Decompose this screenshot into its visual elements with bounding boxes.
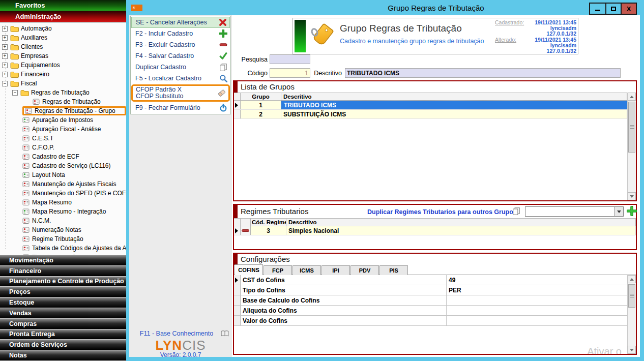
- config-value-cell[interactable]: [447, 316, 627, 325]
- config-row[interactable]: CST do Cofins49: [234, 275, 636, 285]
- config-value-cell[interactable]: PER: [447, 285, 627, 295]
- lista-grupos-scrollbar[interactable]: [627, 93, 636, 200]
- tree-item-n-c-m[interactable]: N.C.M.: [0, 216, 126, 225]
- sidebar-section-ordem-de-servicos[interactable]: Ordem de Serviços: [0, 340, 126, 350]
- tree-item-clientes[interactable]: +Clientes: [0, 42, 126, 51]
- tree-item-apuracao-de-impostos[interactable]: Apuração de Impostos: [0, 115, 126, 125]
- duplicate-regimes-link[interactable]: Duplicar Regimes Tributarios para outros…: [367, 208, 517, 216]
- tree-item-manutencao-do-sped-pis-e-cofin[interactable]: Manutenção do SPED (PIS e COFIN: [0, 189, 126, 198]
- scroll-thumb[interactable]: [628, 284, 635, 308]
- tree-item-automacao[interactable]: +Automação: [0, 24, 126, 33]
- expand-toggle[interactable]: +: [2, 26, 8, 32]
- tree-item-mapa-resumo[interactable]: Mapa Resumo: [0, 198, 126, 207]
- config-value-cell[interactable]: [447, 306, 627, 315]
- scroll-up-button[interactable]: [628, 275, 636, 283]
- menu-item-cfop-padrao-x[interactable]: CFOP Padrão XCFOP Substituto: [131, 84, 230, 102]
- tree-item-mapa-resumo-integracao[interactable]: Mapa Resumo - Integração: [0, 207, 126, 216]
- menu-item-f3-excluir-cadastro[interactable]: F3 - Excluir Cadastro: [131, 39, 230, 50]
- sidebar-section-planejamento-e-controle-de-producao[interactable]: Planejamento e Controle de Produção: [0, 277, 126, 287]
- config-row[interactable]: Base de Calculo do Cofins: [234, 295, 636, 306]
- tree-item-regras-de-tributacao-leaf[interactable]: Regras de Tributação: [0, 97, 126, 106]
- config-row[interactable]: Aliquota do Cofins: [234, 306, 636, 316]
- add-regime-button[interactable]: [627, 206, 637, 216]
- tree-item-regras-de-tributacao[interactable]: −Regras de Tributação: [0, 88, 126, 97]
- config-value-cell[interactable]: 49: [447, 275, 627, 285]
- tree-item-regras-de-tributacao-grupo-leaf[interactable]: Regras de Tributação - Grupo: [0, 106, 126, 115]
- minimize-button[interactable]: [590, 4, 605, 14]
- expand-toggle[interactable]: +: [2, 63, 8, 68]
- sidebar-header-favoritos[interactable]: Favoritos: [0, 0, 126, 11]
- regime-combobox[interactable]: [525, 206, 624, 217]
- scroll-down-button[interactable]: [628, 192, 636, 200]
- menu-item-f9-fechar-formulario[interactable]: F9 - Fechar Formulário: [131, 102, 230, 113]
- close-button[interactable]: X: [621, 4, 636, 14]
- sidebar-section-financeiro[interactable]: Financeiro: [0, 266, 126, 277]
- sidebar-section-movimentacao[interactable]: Movimentação: [0, 255, 126, 266]
- menu-item-se-cancelar-alteracoes[interactable]: SE - Cancelar Alterações: [131, 17, 230, 28]
- tree-item-regime-tributacao[interactable]: Regime Tributação: [0, 234, 126, 244]
- expand-toggle[interactable]: −: [2, 81, 8, 86]
- expand-toggle[interactable]: +: [2, 53, 8, 59]
- tree-item-tipo-de-operacao[interactable]: Tipo de operação: [0, 253, 126, 255]
- tree-item-cadastro-de-ecf[interactable]: Cadastro de ECF: [0, 152, 126, 161]
- sidebar-section-vendas[interactable]: Vendas: [0, 308, 126, 319]
- cell-descritivo[interactable]: TRIBUTADO ICMS: [281, 101, 627, 109]
- knowledge-base-row[interactable]: F11 - Base Conhecimento: [132, 329, 229, 338]
- tree-item-equipamentos[interactable]: +Equipamentos: [0, 61, 126, 70]
- sidebar-section-notas[interactable]: Notas: [0, 350, 126, 361]
- scroll-thumb[interactable]: [628, 102, 635, 153]
- config-row[interactable]: Tipo do CofinsPER: [234, 285, 636, 295]
- tree-item-financeiro[interactable]: +Financeiro: [0, 70, 126, 79]
- expand-toggle[interactable]: −: [12, 90, 18, 96]
- sidebar-section-precos[interactable]: Preços: [0, 287, 126, 297]
- tab-pdv[interactable]: PDV: [350, 265, 379, 275]
- tab-ipi[interactable]: IPI: [321, 265, 350, 275]
- config-label-cell[interactable]: Aliquota do Cofins: [241, 306, 447, 315]
- menu-item-f2-incluir-cadastro[interactable]: F2 - Incluir Cadastro: [131, 28, 230, 39]
- tree-item-c-f-o-p[interactable]: C.F.O.P.: [0, 143, 126, 152]
- codigo-input[interactable]: [270, 68, 310, 78]
- sidebar-section-pronta-entrega[interactable]: Pronta Entrega: [0, 329, 126, 340]
- config-row[interactable]: Valor do Cofins: [234, 316, 636, 326]
- sidebar-section-estoque[interactable]: Estoque: [0, 297, 126, 308]
- table-row[interactable]: 2SUBSTITUIÇÃO ICMS: [234, 110, 636, 119]
- sidebar-header-administracao[interactable]: Administração: [0, 11, 126, 22]
- scroll-up-button[interactable]: [628, 93, 636, 101]
- expand-toggle[interactable]: +: [2, 44, 8, 50]
- cell-descritivo[interactable]: SUBSTITUIÇÃO ICMS: [281, 110, 627, 118]
- pesquisa-input[interactable]: [270, 54, 310, 64]
- tree-item-auxiliares[interactable]: +Auxiliares: [0, 33, 126, 42]
- config-label-cell[interactable]: Base de Calculo do Cofins: [241, 295, 447, 305]
- config-label-cell[interactable]: Valor do Cofins: [241, 316, 447, 325]
- table-row[interactable]: 3Simples Nacional: [234, 226, 636, 235]
- config-scrollbar[interactable]: [627, 275, 636, 354]
- tree-item-empresas[interactable]: +Empresas: [0, 51, 126, 61]
- config-value-cell[interactable]: [447, 295, 627, 305]
- tab-fcp[interactable]: FCP: [264, 265, 292, 275]
- expand-toggle[interactable]: +: [2, 72, 8, 77]
- menu-item-f4-salvar-cadastro[interactable]: F4 - Salvar Cadastro: [131, 50, 230, 62]
- tree-item-manutencao-de-ajustes-fiscais[interactable]: Manutenção de Ajustes Fiscais: [0, 179, 126, 189]
- expand-toggle[interactable]: +: [2, 35, 8, 41]
- cell-grupo[interactable]: 2: [241, 110, 281, 118]
- tree-item-tabela-de-codigos-de-ajustes-da-a[interactable]: Tabela de Códigos de Ajustes da A: [0, 244, 126, 253]
- menu-item-duplicar-cadastro[interactable]: Duplicar Cadastro: [131, 62, 230, 73]
- cell-descritivo[interactable]: Simples Nacional: [286, 226, 636, 235]
- maximize-button[interactable]: [605, 4, 621, 14]
- tab-icms[interactable]: ICMS: [292, 265, 321, 275]
- tree-item-layout-nota[interactable]: Layout Nota: [0, 170, 126, 179]
- tree-item-numeracao-notas[interactable]: Numeração Notas: [0, 225, 126, 234]
- tree-item-fiscal[interactable]: −Fiscal: [0, 79, 126, 88]
- copy-icon[interactable]: [512, 207, 521, 216]
- combobox-dropdown-button[interactable]: [614, 207, 623, 216]
- delete-row-button[interactable]: [241, 226, 251, 235]
- table-row[interactable]: 1TRIBUTADO ICMS: [234, 101, 636, 110]
- sidebar-section-compras[interactable]: Compras: [0, 319, 126, 329]
- tree-item-c-e-s-t[interactable]: C.E.S.T: [0, 134, 126, 143]
- config-label-cell[interactable]: Tipo do Cofins: [241, 285, 447, 295]
- tree-item-apuracao-fiscal-analise[interactable]: Apuração Fiscal - Análise: [0, 125, 126, 134]
- scroll-down-button[interactable]: [628, 346, 636, 354]
- cell-cod-regime[interactable]: 3: [251, 226, 286, 235]
- tree-item-cadastro-de-servico-lc116[interactable]: Cadastro de Serviço (LC116): [0, 161, 126, 170]
- config-label-cell[interactable]: CST do Cofins: [241, 275, 447, 285]
